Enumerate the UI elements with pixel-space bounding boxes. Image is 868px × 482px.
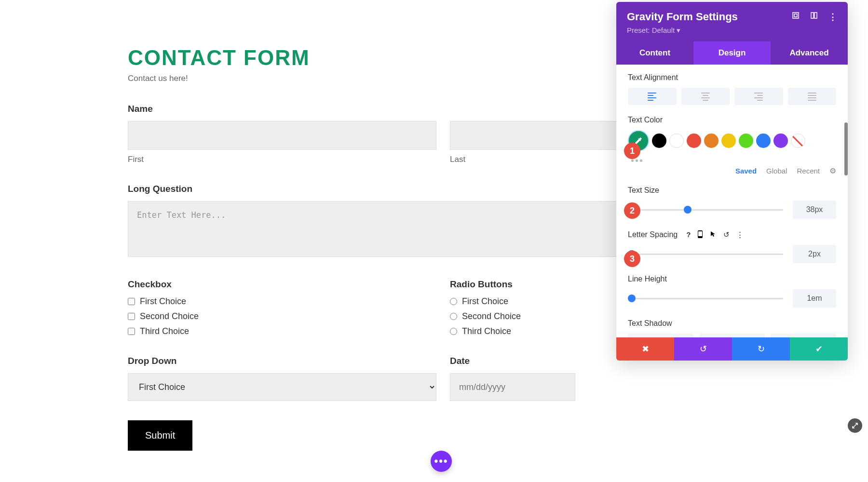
choice-label: First Choice <box>462 296 508 307</box>
color-swatch[interactable] <box>739 134 753 148</box>
list-item: Second Choice <box>128 311 436 321</box>
letter-spacing-slider[interactable] <box>628 249 783 259</box>
annotation-badge: 1 <box>624 143 640 159</box>
text-color-label: Text Color <box>628 116 836 124</box>
radio-input[interactable] <box>450 313 457 320</box>
line-height-value[interactable]: 1em <box>793 289 836 308</box>
panel-body: Text Alignment Text Color ••• <box>616 65 848 337</box>
color-swatch[interactable] <box>756 134 771 148</box>
color-swatch[interactable] <box>721 134 736 148</box>
tab-content[interactable]: Content <box>616 41 693 65</box>
color-tab-recent[interactable]: Recent <box>797 167 820 175</box>
radio-input[interactable] <box>450 298 457 305</box>
line-height-slider[interactable] <box>628 294 783 303</box>
color-swatch[interactable] <box>652 134 666 148</box>
text-size-value[interactable]: 38px <box>793 201 836 219</box>
choice-label: First Choice <box>140 296 186 307</box>
color-tab-global[interactable]: Global <box>766 167 787 175</box>
color-swatch[interactable] <box>687 134 701 148</box>
shadow-preset-button[interactable]: aA <box>699 334 765 337</box>
text-shadow-label: Text Shadow <box>628 319 836 328</box>
confirm-button[interactable]: ✔ <box>790 337 848 361</box>
annotation-badge: 2 <box>624 202 640 219</box>
line-height-label: Line Height <box>628 275 836 283</box>
svg-rect-3 <box>814 13 817 18</box>
hover-icon[interactable] <box>710 230 717 239</box>
color-swatch[interactable] <box>704 134 719 148</box>
mobile-icon[interactable] <box>697 230 703 239</box>
choice-label: Second Choice <box>462 311 521 321</box>
color-swatches <box>628 130 836 151</box>
align-right-button[interactable] <box>734 88 783 105</box>
settings-panel: Gravity Form Settings ⋮ Preset: Default … <box>616 2 848 361</box>
dropdown-select[interactable]: First Choice <box>128 373 436 401</box>
preset-dropdown[interactable]: Preset: Default ▾ <box>627 26 837 35</box>
text-shadow-options: aA aA <box>628 334 836 337</box>
more-colors-icon[interactable]: ••• <box>631 155 836 166</box>
alignment-buttons <box>628 88 836 105</box>
first-sublabel: First <box>128 155 436 164</box>
panel-header: Gravity Form Settings ⋮ Preset: Default … <box>616 2 848 41</box>
annotation-badge: 3 <box>624 251 640 267</box>
scrollbar[interactable] <box>844 122 848 175</box>
panel-tabs: Content Design Advanced <box>616 41 848 65</box>
list-item: Third Choice <box>128 326 436 336</box>
color-swatch[interactable] <box>773 134 788 148</box>
shadow-none-button[interactable] <box>628 334 693 337</box>
list-item: First Choice <box>128 296 436 307</box>
expand-icon[interactable] <box>848 418 862 433</box>
choice-label: Second Choice <box>140 311 199 321</box>
choice-label: Third Choice <box>462 326 511 336</box>
more-fab[interactable]: ••• <box>431 451 452 472</box>
submit-button[interactable]: Submit <box>128 420 192 451</box>
svg-rect-2 <box>811 13 814 18</box>
checkbox-input[interactable] <box>128 298 135 305</box>
help-icon[interactable]: ? <box>686 230 691 239</box>
align-left-button[interactable] <box>628 88 677 105</box>
radio-input[interactable] <box>450 328 457 335</box>
redo-button[interactable]: ↻ <box>732 337 790 361</box>
choice-label: Third Choice <box>140 326 189 336</box>
color-swatch-none[interactable] <box>791 134 805 148</box>
more-vert-icon[interactable]: ⋮ <box>736 230 744 239</box>
letter-spacing-label: Letter Spacing <box>628 230 678 239</box>
color-category-tabs: Saved Global Recent ⚙ <box>628 166 836 175</box>
color-swatch[interactable] <box>669 134 684 148</box>
svg-rect-5 <box>698 231 702 236</box>
dropdown-label: Drop Down <box>128 356 436 366</box>
shadow-preset-button[interactable]: aA <box>771 334 836 337</box>
cancel-button[interactable]: ✖ <box>616 337 674 361</box>
text-alignment-label: Text Alignment <box>628 73 836 82</box>
align-center-button[interactable] <box>681 88 730 105</box>
panel-title-text: Gravity Form Settings <box>627 11 738 23</box>
letter-spacing-value[interactable]: 2px <box>793 245 836 263</box>
gear-icon[interactable]: ⚙ <box>829 166 836 175</box>
panel-footer: ✖ ↺ ↻ ✔ <box>616 337 848 361</box>
more-vert-icon[interactable]: ⋮ <box>828 12 837 22</box>
date-input[interactable] <box>450 373 575 401</box>
maximize-icon[interactable] <box>792 12 800 22</box>
text-size-label: Text Size <box>628 186 836 195</box>
reset-icon[interactable]: ↺ <box>723 230 730 239</box>
svg-rect-1 <box>794 14 797 17</box>
svg-rect-0 <box>793 13 799 18</box>
checkbox-input[interactable] <box>128 328 135 335</box>
align-justify-button[interactable] <box>788 88 837 105</box>
checkbox-list: First Choice Second Choice Third Choice <box>128 296 436 336</box>
dots-horiz-icon: ••• <box>434 455 448 468</box>
tab-advanced[interactable]: Advanced <box>771 41 848 65</box>
checkbox-input[interactable] <box>128 313 135 320</box>
first-name-input[interactable] <box>128 121 436 150</box>
color-tab-saved[interactable]: Saved <box>735 167 757 175</box>
columns-icon[interactable] <box>810 12 818 22</box>
checkbox-group-label: Checkbox <box>128 279 436 290</box>
undo-button[interactable]: ↺ <box>674 337 732 361</box>
text-size-slider[interactable] <box>628 205 783 214</box>
tab-design[interactable]: Design <box>693 41 771 65</box>
